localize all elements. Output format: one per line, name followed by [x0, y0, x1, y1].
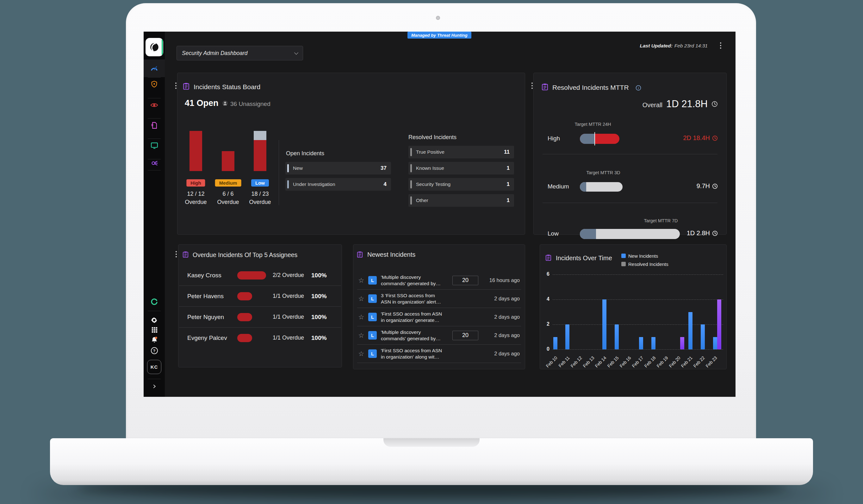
row-label: Known Issue [416, 165, 444, 171]
gridline [553, 349, 723, 350]
list-item[interactable]: Under Investigation4 [285, 178, 391, 191]
list-item[interactable]: Other1 [409, 194, 514, 207]
target-marker [595, 132, 595, 146]
shield-icon [150, 80, 158, 88]
dashboard-gauge-icon [150, 64, 159, 73]
gridline [553, 324, 723, 325]
sidebar-item-shield[interactable] [143, 78, 165, 90]
assignee-row[interactable]: Peter Havens1/1 Overdue100% [178, 286, 342, 306]
sidebar-item-dashboards[interactable] [143, 62, 165, 75]
incident-description: 'First SSO access from ASNin organizatio… [381, 348, 452, 360]
incident-row[interactable]: ☆L'Multiple discoverycommands' generated… [357, 271, 521, 289]
incidents-status-board-card: Incidents Status Board 41 Open 36 Unassi… [177, 73, 525, 235]
open-incidents-title: Open Incidents [286, 150, 324, 157]
help-icon: ? [151, 347, 158, 354]
incident-line1: 'First SSO access from ASN [381, 311, 452, 317]
collapse-chevron-icon [152, 384, 157, 389]
sidebar-item-reports[interactable] [143, 119, 165, 131]
sidebar-item-threat-watch[interactable] [143, 99, 165, 111]
dashboard-selector[interactable]: Security Admin Dashboard [176, 46, 303, 60]
list-item[interactable]: True Positive11 [409, 146, 514, 159]
bar-new-incidents [701, 324, 705, 349]
mttr-elapsed-segment [580, 182, 586, 192]
mttr-track [580, 182, 623, 192]
avatar[interactable]: KC [147, 360, 161, 374]
row-divider [357, 363, 521, 363]
resolved-incidents-list: True Positive11Known Issue1Security Test… [409, 146, 514, 210]
row-label: Other [416, 198, 428, 203]
card-menu-button[interactable] [173, 82, 179, 90]
info-icon[interactable]: i [636, 85, 641, 91]
incident-line1: 3 'First SSO access from [381, 292, 452, 299]
severity-l-badge: L [368, 276, 377, 285]
clock-icon [712, 184, 718, 189]
clipboard-icon [541, 83, 548, 91]
incident-line2: in organization' generate… [381, 317, 452, 324]
sidebar-item-endpoints[interactable] [143, 139, 165, 152]
last-updated-value: Feb 23rd 14:31 [674, 43, 708, 48]
assignee-row[interactable]: Kasey Cross2/2 Overdue100% [178, 265, 342, 286]
dashboard-screen: ? KC Managed by Threat Hunting Security … [143, 32, 736, 397]
row-value: 37 [380, 165, 387, 172]
row-accent-bar [287, 164, 289, 172]
page: ? KC Managed by Threat Hunting Security … [0, 0, 863, 504]
row-divider [542, 203, 717, 203]
severity-l-badge: L [368, 313, 377, 321]
incident-line2: in organization' along wit… [381, 354, 452, 360]
network-icon [150, 159, 159, 167]
sync-icon [150, 298, 158, 305]
sidebar-item-sync[interactable] [143, 295, 165, 308]
target-mttr-label: Target MTTR 3D [572, 170, 635, 175]
mttr-value: 9.7H [697, 182, 718, 190]
unassigned-person-icon [222, 100, 228, 106]
sidebar: ? KC [143, 32, 165, 397]
severity-badge: Medium [215, 179, 241, 187]
row-value: 1 [507, 181, 510, 188]
sidebar-item-help[interactable]: ? [143, 344, 165, 357]
target-mttr-label: Target MTTR 24H [561, 122, 624, 127]
assignee-row[interactable]: Peter Nguyen1/1 Overdue100% [178, 307, 342, 327]
incident-line1: 'First SSO access from ASN [381, 348, 452, 354]
card-menu-button[interactable] [529, 82, 535, 90]
page-menu-button[interactable] [718, 42, 724, 50]
list-item[interactable]: New37 [285, 162, 391, 175]
card-menu-button[interactable] [173, 250, 179, 259]
incident-row[interactable]: ☆L'First SSO access from ASNin organizat… [357, 345, 521, 363]
star-icon[interactable]: ☆ [357, 295, 365, 303]
newest-incidents-card: Newest Incidents ☆L'Multiple discoveryco… [353, 244, 525, 369]
incident-line2: commands' generated by… [381, 280, 452, 287]
star-icon[interactable]: ☆ [357, 350, 365, 357]
svg-text:i: i [638, 86, 639, 90]
severity-badge: High [186, 179, 205, 187]
managed-by-badge: Managed by Threat Hunting [408, 32, 471, 39]
incident-row[interactable]: ☆L'First SSO access from ASNin organizat… [357, 308, 521, 326]
row-value: 1 [507, 165, 510, 172]
row-value: 11 [504, 149, 510, 155]
star-icon[interactable]: ☆ [357, 313, 365, 321]
incident-time: 2 days ago [494, 351, 521, 357]
star-icon[interactable]: ☆ [357, 332, 365, 339]
assignee-row[interactable]: Evgeny Palcev1/1 Overdue100% [178, 328, 342, 348]
mttr-elapsed-segment [580, 229, 596, 239]
bar-new-incidents [639, 337, 643, 350]
sidebar-collapse-button[interactable] [143, 380, 165, 393]
list-item[interactable]: Security Testing1 [409, 178, 514, 191]
incident-description: 'Multiple discoverycommands' generated b… [381, 274, 452, 287]
incident-row[interactable]: ☆L'Multiple discoverycommands' generated… [357, 326, 521, 344]
incidents-over-time-card: Incidents Over Time New IncidentsResolve… [540, 244, 727, 369]
mttr-card: Resolved Incidents MTTR i Overall 1D 21.… [533, 73, 727, 235]
star-icon[interactable]: ☆ [357, 277, 365, 284]
incident-row[interactable]: ☆L3 'First SSO access fromASN in organiz… [357, 290, 521, 308]
row-label: Under Investigation [293, 181, 335, 187]
sidebar-divider [148, 98, 161, 98]
monitor-icon [150, 141, 159, 150]
last-updated-label: Last Updated: [640, 43, 673, 48]
list-item[interactable]: Known Issue1 [409, 162, 514, 175]
sidebar-divider [148, 170, 161, 171]
app-logo[interactable] [146, 38, 163, 56]
resolved-incidents-title: Resolved Incidents [409, 134, 456, 141]
mttr-bar-low [580, 229, 680, 239]
overdue-bar [237, 313, 252, 321]
sidebar-item-investigation[interactable] [143, 157, 165, 169]
overall-mttr: Overall 1D 21.8H [642, 98, 718, 110]
